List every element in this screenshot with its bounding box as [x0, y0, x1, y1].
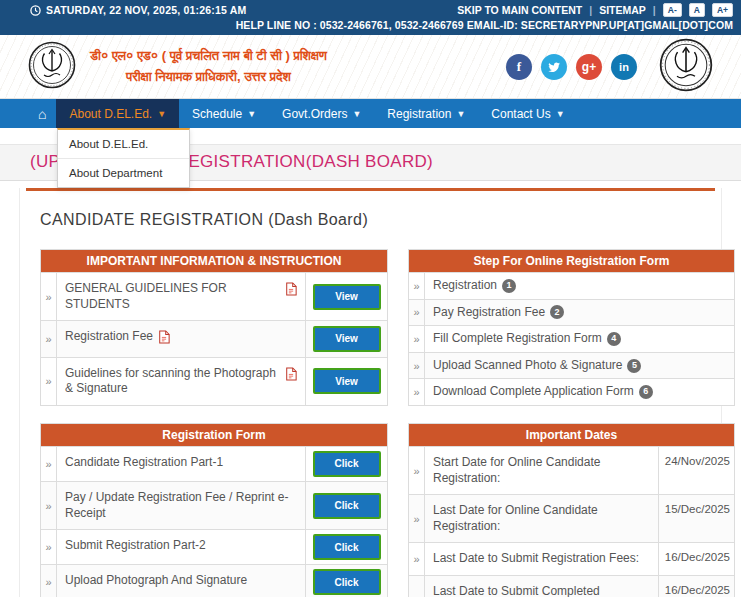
date-value: 24/Nov/2025 — [658, 447, 734, 494]
org-title: डी० एल० एड० ( पूर्व प्रचलित नाम बी टी सी… — [90, 46, 327, 86]
org-title-line1: डी० एल० एड० ( पूर्व प्रचलित नाम बी टी सी… — [90, 46, 327, 66]
chevron-right-icon: » — [409, 353, 425, 379]
important-information-panel: IMPORTANT INFORMATION & INSTRUCTION » GE… — [40, 249, 388, 406]
chevron-down-icon: ▼ — [157, 109, 166, 119]
view-button[interactable]: View — [313, 326, 381, 352]
divider — [26, 188, 715, 191]
pdf-icon[interactable] — [158, 330, 170, 349]
about-deled-dropdown: About D.EL.Ed. About Department — [57, 128, 190, 188]
panel-title: Important Dates — [409, 424, 734, 446]
step-number-badge: 5 — [627, 359, 641, 373]
google-plus-icon[interactable]: g+ — [576, 54, 602, 80]
list-item: » Download Complete Application Form 6 — [409, 378, 734, 405]
steps-panel: Step For Online Registration Form » Regi… — [408, 249, 735, 406]
panel-title: Registration Form — [41, 424, 387, 446]
chevron-right-icon: » — [409, 576, 425, 597]
important-dates-panel: Important Dates » Start Date for Online … — [408, 423, 735, 597]
view-button[interactable]: View — [313, 284, 381, 310]
nav-item-registration[interactable]: Registration ▼ — [374, 99, 478, 128]
table-row: » Pay / Update Registration Fee / Reprin… — [41, 481, 387, 529]
topbar: SATURDAY, 22 NOV, 2025, 01:26:15 AM SKIP… — [0, 0, 741, 35]
up-govt-emblem-right — [659, 38, 713, 96]
social-links: f g+ in — [506, 54, 637, 80]
row-label: Upload Photograph And Signature — [65, 573, 247, 589]
content-wrapper: CANDIDATE REGISTRATION (Dash Board) IMPO… — [19, 188, 722, 597]
nav-item-contact-us[interactable]: Contact Us ▼ — [478, 99, 577, 128]
font-normal-button[interactable]: A — [689, 3, 705, 17]
chevron-right-icon: » — [409, 379, 425, 405]
org-title-line2: परीक्षा नियामक प्राधिकारी, उत्तर प्रदेश — [90, 67, 327, 87]
date-value: 15/Dec/2025 — [658, 495, 734, 542]
list-item: » Fill Complete Registration Form 4 — [409, 325, 734, 352]
chevron-right-icon: » — [41, 447, 57, 481]
nav-item-label: Contact Us — [491, 107, 550, 121]
nav-item-label: Govt.Orders — [282, 107, 347, 121]
chevron-down-icon: ▼ — [247, 109, 256, 119]
dropdown-item-about-department[interactable]: About Department — [58, 158, 189, 187]
chevron-right-icon: » — [409, 447, 425, 494]
pdf-icon[interactable] — [285, 282, 297, 301]
clock-icon — [30, 5, 41, 16]
facebook-icon[interactable]: f — [506, 54, 532, 80]
step-label: Download Complete Application Form — [433, 384, 634, 400]
nav-item-schedule[interactable]: Schedule ▼ — [179, 99, 269, 128]
date-label: Last Date to Submit Registration Fees: — [425, 543, 658, 575]
table-row: » Registration Fee View — [41, 320, 387, 357]
chevron-right-icon: » — [41, 530, 57, 564]
chevron-right-icon: » — [409, 495, 425, 542]
nav-item-about-deled[interactable]: About D.EL.Ed. ▼ — [56, 99, 179, 128]
page-title: CANDIDATE REGISTRATION (Dash Board) — [40, 211, 715, 229]
twitter-icon[interactable] — [541, 54, 567, 80]
chevron-right-icon: » — [41, 482, 57, 529]
font-increase-button[interactable]: A+ — [712, 3, 733, 17]
chevron-right-icon: » — [41, 358, 57, 405]
step-label: Registration — [433, 278, 497, 294]
chevron-right-icon: » — [409, 300, 425, 326]
view-button[interactable]: View — [313, 368, 381, 394]
nav-item-label: Registration — [387, 107, 451, 121]
dropdown-item-about-deled[interactable]: About D.EL.Ed. — [58, 130, 189, 158]
click-button-submit-part2[interactable]: Click — [313, 534, 381, 560]
click-button-upload-photo-signature[interactable]: Click — [313, 569, 381, 595]
date-label: Last Date for Online Candidate Registrat… — [425, 495, 658, 542]
font-decrease-button[interactable]: A- — [663, 3, 682, 17]
divider: | — [589, 4, 592, 16]
chevron-right-icon: » — [41, 565, 57, 597]
row-label: Registration Fee — [65, 329, 153, 345]
step-label: Fill Complete Registration Form — [433, 331, 602, 347]
table-row: » Candidate Registration Part-1 Click — [41, 446, 387, 481]
date-value: 16/Dec/2025 — [658, 576, 734, 597]
sitemap-link[interactable]: SITEMAP — [599, 4, 646, 16]
table-row: » Last Date to Submit Registration Fees:… — [409, 542, 734, 575]
row-label: Pay / Update Registration Fee / Reprint … — [65, 490, 297, 521]
chevron-right-icon: » — [41, 321, 57, 357]
home-icon[interactable]: ⌂ — [28, 99, 56, 128]
skip-to-main-content-link[interactable]: SKIP TO MAIN CONTENT — [457, 4, 582, 16]
row-label: Guidelines for scanning the Photograph &… — [65, 366, 280, 397]
nav-item-label: Schedule — [192, 107, 242, 121]
main-nav: ⌂ About D.EL.Ed. ▼ Schedule ▼ Govt.Order… — [0, 99, 741, 128]
chevron-down-icon: ▼ — [556, 109, 565, 119]
click-button-pay-update-fee[interactable]: Click — [313, 493, 381, 519]
linkedin-icon[interactable]: in — [611, 54, 637, 80]
table-row: » Submit Registration Part-2 Click — [41, 529, 387, 564]
nav-item-label: About D.EL.Ed. — [69, 107, 152, 121]
step-number-badge: 4 — [607, 332, 621, 346]
chevron-down-icon: ▼ — [456, 109, 465, 119]
table-row: » Start Date for Online Candidate Regist… — [409, 446, 734, 494]
list-item: » Pay Registration Fee 2 — [409, 299, 734, 326]
chevron-right-icon: » — [409, 326, 425, 352]
click-button-candidate-registration-part1[interactable]: Click — [313, 451, 381, 477]
list-item: » Registration 1 — [409, 272, 734, 299]
chevron-right-icon: » — [409, 543, 425, 575]
chevron-right-icon: » — [41, 273, 57, 320]
pdf-icon[interactable] — [285, 367, 297, 386]
step-number-badge: 2 — [550, 305, 564, 319]
helpline-text: HELP LINE NO : 0532-2466761, 0532-246676… — [8, 19, 733, 31]
step-number-badge: 6 — [639, 385, 653, 399]
date-label: Last Date to Submit Completed Registrati… — [425, 576, 658, 597]
divider: | — [653, 4, 656, 16]
nav-item-govt-orders[interactable]: Govt.Orders ▼ — [269, 99, 374, 128]
step-label: Upload Scanned Photo & Signature — [433, 358, 622, 374]
date-value: 16/Dec/2025 — [658, 543, 734, 575]
